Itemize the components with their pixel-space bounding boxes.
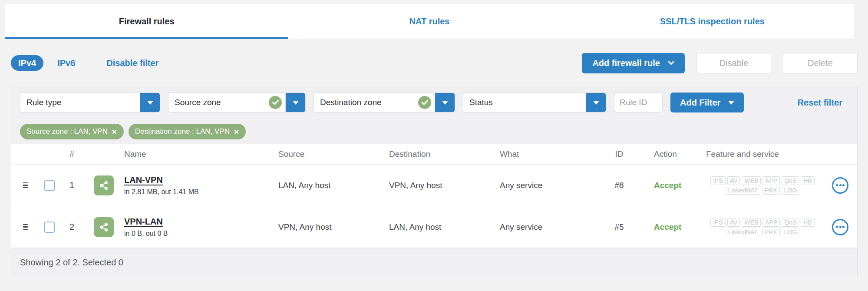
filter-tag-source-zone: Source zone : LAN, VPN ✕ bbox=[20, 124, 124, 139]
table-header: # Name Source Destination What ID Action… bbox=[11, 144, 857, 165]
destination-zone-dropdown[interactable]: Destination zone bbox=[314, 93, 455, 112]
source-zone-dropdown[interactable]: Source zone bbox=[168, 93, 306, 112]
disable-button[interactable]: Disable bbox=[696, 53, 771, 73]
header-index: # bbox=[69, 149, 74, 159]
dropdown-label: Source zone bbox=[168, 98, 269, 107]
chevron-down-icon bbox=[728, 101, 734, 105]
ipv4-toggle-button[interactable]: IPv4 bbox=[11, 55, 43, 71]
dropdown-label: Destination zone bbox=[314, 98, 418, 107]
share-network-icon bbox=[94, 217, 114, 237]
remove-tag-icon[interactable]: ✕ bbox=[112, 129, 117, 135]
row-actions-menu-button[interactable] bbox=[832, 177, 848, 194]
ellipsis-icon bbox=[836, 226, 838, 228]
table-footer: Showing 2 of 2. Selected 0 bbox=[11, 248, 857, 277]
drag-handle-icon[interactable] bbox=[23, 224, 28, 230]
chevron-down-icon[interactable] bbox=[140, 93, 160, 112]
ipv6-toggle-button[interactable]: IPv6 bbox=[57, 58, 75, 68]
chevron-down-icon[interactable] bbox=[285, 93, 305, 112]
remove-tag-icon[interactable]: ✕ bbox=[234, 129, 239, 135]
row-actions-menu-button[interactable] bbox=[832, 219, 848, 235]
feature-badge: LinkedNAT bbox=[726, 228, 760, 236]
firewall-rules-panel: Rule type Source zone Destination zone bbox=[11, 87, 858, 277]
feature-badge: PRX bbox=[762, 228, 780, 236]
tab-firewall-rules[interactable]: Firewall rules bbox=[5, 4, 288, 39]
rule-name-cell: VPN-LAN in 0 B, out 0 B bbox=[118, 217, 270, 238]
active-filter-tags: Source zone : LAN, VPN ✕ Destination zon… bbox=[20, 124, 848, 139]
feature-badge: IPS bbox=[710, 176, 726, 185]
rule-action: Accept bbox=[637, 181, 702, 190]
tab-bar: Firewall rules NAT rules SSL/TLS inspect… bbox=[5, 4, 854, 39]
chevron-down-icon[interactable] bbox=[435, 93, 455, 112]
feature-badge: LOG bbox=[782, 228, 800, 236]
feature-badge: WEB bbox=[742, 218, 761, 227]
filter-tag-destination-zone: Destination zone : LAN, VPN ✕ bbox=[129, 124, 246, 139]
row-checkbox[interactable] bbox=[44, 180, 55, 191]
toolbar: IPv4 IPv6 Disable filter Add firewall ru… bbox=[11, 52, 858, 74]
rule-source: VPN, Any host bbox=[270, 222, 380, 232]
toolbar-actions: Add firewall rule Disable Delete bbox=[582, 53, 858, 73]
dropdown-label: Status bbox=[463, 98, 586, 107]
feature-badge: APP bbox=[762, 176, 780, 185]
rule-id: #8 bbox=[614, 181, 624, 190]
rule-type-dropdown[interactable]: Rule type bbox=[20, 93, 160, 112]
reset-filter-link[interactable]: Reset filter bbox=[798, 98, 848, 108]
share-network-icon bbox=[94, 175, 114, 195]
rule-id: #5 bbox=[614, 222, 624, 232]
header-feature-and-service: Feature and service bbox=[702, 149, 823, 159]
feature-badge: WEB bbox=[742, 176, 761, 185]
add-firewall-rule-label: Add firewall rule bbox=[592, 58, 660, 68]
feature-badge: LOG bbox=[782, 186, 800, 195]
rule-name-cell: LAN-VPN in 2.81 MB, out 1.41 MB bbox=[118, 175, 270, 196]
row-checkbox[interactable] bbox=[44, 222, 55, 233]
filter-tag-label: Destination zone : LAN, VPN bbox=[135, 127, 230, 136]
feature-badges: IPS AV WEB APP QoS HB LinkedNAT PRX LOG bbox=[702, 218, 823, 236]
check-circle-icon bbox=[418, 96, 431, 109]
feature-badges: IPS AV WEB APP QoS HB LinkedNAT PRX LOG bbox=[702, 176, 823, 195]
delete-button[interactable]: Delete bbox=[783, 53, 858, 73]
row-index: 2 bbox=[69, 222, 74, 232]
feature-badge: QoS bbox=[782, 176, 799, 185]
status-dropdown[interactable]: Status bbox=[463, 93, 606, 112]
filter-tag-label: Source zone : LAN, VPN bbox=[26, 127, 108, 136]
feature-badge: PRX bbox=[762, 186, 780, 195]
rule-what: Any service bbox=[491, 181, 602, 190]
rule-what: Any service bbox=[491, 222, 602, 232]
add-firewall-rule-button[interactable]: Add firewall rule bbox=[582, 53, 685, 73]
rule-destination: VPN, Any host bbox=[380, 181, 491, 190]
header-destination: Destination bbox=[380, 149, 491, 159]
header-action: Action bbox=[637, 149, 702, 159]
tab-label: Firewall rules bbox=[119, 17, 175, 26]
drag-handle-icon[interactable] bbox=[23, 182, 28, 188]
tab-label: NAT rules bbox=[409, 17, 450, 26]
rule-action: Accept bbox=[637, 222, 702, 232]
ellipsis-icon bbox=[836, 184, 838, 186]
rule-source: LAN, Any host bbox=[270, 181, 380, 190]
tab-ssl-tls-inspection-rules[interactable]: SSL/TLS inspection rules bbox=[571, 4, 854, 39]
feature-badge: IPS bbox=[710, 218, 726, 227]
rule-name-link[interactable]: LAN-VPN bbox=[124, 175, 270, 185]
header-id: ID bbox=[615, 149, 624, 159]
add-filter-button[interactable]: Add Filter bbox=[670, 93, 744, 112]
check-circle-icon bbox=[269, 96, 282, 109]
feature-badge: AV bbox=[727, 176, 740, 185]
rule-traffic: in 2.81 MB, out 1.41 MB bbox=[124, 188, 270, 196]
rule-name-link[interactable]: VPN-LAN bbox=[124, 217, 270, 227]
feature-badge: HB bbox=[801, 218, 814, 227]
row-index: 1 bbox=[69, 180, 74, 190]
table-row: 1 LAN-VPN in 2.81 MB, out 1.41 MB LAN, A… bbox=[11, 165, 857, 206]
feature-badge: HB bbox=[801, 176, 814, 185]
filter-row: Rule type Source zone Destination zone bbox=[20, 93, 848, 112]
tab-nat-rules[interactable]: NAT rules bbox=[288, 4, 571, 39]
rule-id-input[interactable] bbox=[614, 93, 663, 112]
tab-label: SSL/TLS inspection rules bbox=[660, 17, 765, 26]
chevron-down-icon[interactable] bbox=[586, 93, 606, 112]
chevron-down-icon bbox=[668, 61, 674, 65]
rule-traffic: in 0 B, out 0 B bbox=[124, 230, 270, 238]
feature-badge: APP bbox=[762, 218, 780, 227]
header-what: What bbox=[491, 149, 602, 159]
disable-filter-link[interactable]: Disable filter bbox=[106, 58, 158, 68]
table-row: 2 VPN-LAN in 0 B, out 0 B VPN, Any host … bbox=[11, 206, 857, 248]
table-footer-text: Showing 2 of 2. Selected 0 bbox=[20, 258, 123, 268]
feature-badge: QoS bbox=[782, 218, 799, 227]
dropdown-label: Rule type bbox=[20, 98, 140, 107]
